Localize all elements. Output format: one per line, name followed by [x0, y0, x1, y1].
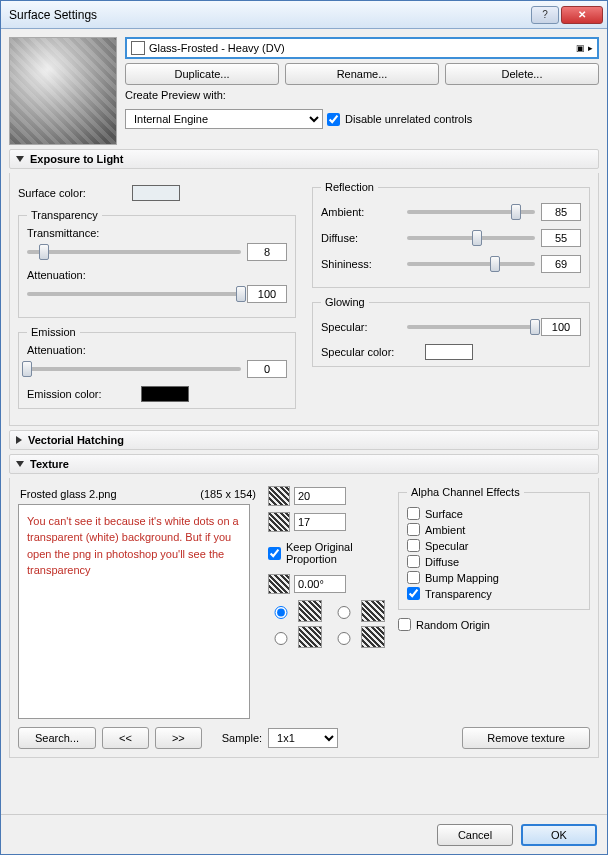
preview-engine-select[interactable]: Internal Engine: [125, 109, 323, 129]
delete-button[interactable]: Delete...: [445, 63, 599, 85]
search-button[interactable]: Search...: [18, 727, 96, 749]
duplicate-button[interactable]: Duplicate...: [125, 63, 279, 85]
tile-3-icon: [298, 626, 322, 648]
keep-proportion-label: Keep Original Proportion: [286, 541, 388, 565]
specular-color-label: Specular color:: [321, 346, 421, 358]
tile-3-radio[interactable]: [273, 632, 289, 645]
ambient-value[interactable]: 85: [541, 203, 581, 221]
diffuse-slider[interactable]: [407, 236, 535, 240]
trans-attenuation-value[interactable]: 100: [247, 285, 287, 303]
sample-select[interactable]: 1x1: [268, 728, 338, 748]
texture-height-input[interactable]: [294, 513, 346, 531]
width-icon: [268, 486, 290, 506]
ambient-slider[interactable]: [407, 210, 535, 214]
alpha-surface-label: Surface: [425, 508, 463, 520]
next-texture-button[interactable]: >>: [155, 727, 202, 749]
tile-2-radio[interactable]: [336, 606, 352, 619]
transmittance-slider[interactable]: [27, 250, 241, 254]
surface-color-label: Surface color:: [18, 187, 128, 199]
remove-texture-button[interactable]: Remove texture: [462, 727, 590, 749]
tile-4-icon: [361, 626, 385, 648]
disable-unrelated-checkbox[interactable]: Disable unrelated controls: [327, 113, 472, 126]
emission-group: Emission Attenuation: 0 Emission color:: [18, 326, 296, 409]
tile-4-radio[interactable]: [336, 632, 352, 645]
texture-width-input[interactable]: [294, 487, 346, 505]
surface-color-swatch[interactable]: [132, 185, 180, 201]
alpha-surface-input[interactable]: [407, 507, 420, 520]
alpha-specular-input[interactable]: [407, 539, 420, 552]
alpha-legend: Alpha Channel Effects: [407, 486, 524, 498]
shininess-slider[interactable]: [407, 262, 535, 266]
alpha-diffuse-label: Diffuse: [425, 556, 459, 568]
glowing-group: Glowing Specular: 100 Specular color:: [312, 296, 590, 367]
specular-slider[interactable]: [407, 325, 535, 329]
shininess-label: Shininess:: [321, 258, 401, 270]
alpha-transparency-input[interactable]: [407, 587, 420, 600]
diffuse-value[interactable]: 55: [541, 229, 581, 247]
vectorial-header[interactable]: Vectorial Hatching: [9, 430, 599, 450]
prev-texture-button[interactable]: <<: [102, 727, 149, 749]
alpha-specular-label: Specular: [425, 540, 468, 552]
specular-value[interactable]: 100: [541, 318, 581, 336]
emission-attenuation-label: Attenuation:: [27, 344, 287, 356]
transparency-legend: Transparency: [27, 209, 102, 221]
texture-title: Texture: [30, 458, 69, 470]
alpha-specular-cb[interactable]: Specular: [407, 539, 581, 552]
exposure-header[interactable]: Exposure to Light: [9, 149, 599, 169]
random-origin-input[interactable]: [398, 618, 411, 631]
alpha-surface-cb[interactable]: Surface: [407, 507, 581, 520]
keep-proportion-input[interactable]: [268, 547, 281, 560]
emission-attenuation-slider[interactable]: [27, 367, 241, 371]
alpha-effects-group: Alpha Channel Effects Surface Ambient Sp…: [398, 486, 590, 610]
trans-attenuation-slider[interactable]: [27, 292, 241, 296]
alpha-ambient-input[interactable]: [407, 523, 420, 536]
material-swatch-icon: [131, 41, 145, 55]
create-preview-label: Create Preview with:: [125, 89, 599, 101]
random-origin-cb[interactable]: Random Origin: [398, 618, 590, 631]
texture-preview: You can't see it because it's white dots…: [18, 504, 250, 719]
texture-dims: (185 x 154): [200, 488, 256, 500]
chevron-down-icon: [16, 156, 24, 162]
emission-color-swatch[interactable]: [141, 386, 189, 402]
chevron-right-icon: [16, 436, 22, 444]
texture-filename: Frosted glass 2.png: [20, 488, 117, 500]
specular-color-swatch[interactable]: [425, 344, 473, 360]
disable-unrelated-input[interactable]: [327, 113, 340, 126]
exposure-title: Exposure to Light: [30, 153, 124, 165]
texture-note: You can't see it because it's white dots…: [27, 515, 239, 576]
specular-label: Specular:: [321, 321, 401, 333]
rename-button[interactable]: Rename...: [285, 63, 439, 85]
alpha-diffuse-input[interactable]: [407, 555, 420, 568]
dialog-body: Glass-Frosted - Heavy (DV) ▣ ▸ Duplicate…: [1, 29, 607, 814]
alpha-transparency-cb[interactable]: Transparency: [407, 587, 581, 600]
alpha-diffuse-cb[interactable]: Diffuse: [407, 555, 581, 568]
alpha-bump-input[interactable]: [407, 571, 420, 584]
alpha-bump-cb[interactable]: Bump Mapping: [407, 571, 581, 584]
dialog-window: { "window": { "title": "Surface Settings…: [0, 0, 608, 855]
reflection-legend: Reflection: [321, 181, 378, 193]
exposure-body: Surface color: Transparency Transmittanc…: [9, 173, 599, 426]
tile-1-icon: [298, 600, 322, 622]
tile-2-icon: [361, 600, 385, 622]
dialog-footer: Cancel OK: [1, 814, 607, 854]
material-menu-icon[interactable]: ▣ ▸: [576, 43, 593, 53]
alpha-ambient-label: Ambient: [425, 524, 465, 536]
titlebar: Surface Settings ? ✕: [1, 1, 607, 29]
transmittance-value[interactable]: 8: [247, 243, 287, 261]
texture-header[interactable]: Texture: [9, 454, 599, 474]
material-name-field[interactable]: Glass-Frosted - Heavy (DV) ▣ ▸: [125, 37, 599, 59]
keep-proportion-checkbox[interactable]: Keep Original Proportion: [268, 541, 388, 565]
alpha-ambient-cb[interactable]: Ambient: [407, 523, 581, 536]
close-button[interactable]: ✕: [561, 6, 603, 24]
emission-attenuation-value[interactable]: 0: [247, 360, 287, 378]
trans-attenuation-label: Attenuation:: [27, 269, 287, 281]
tile-1-radio[interactable]: [273, 606, 289, 619]
ok-button[interactable]: OK: [521, 824, 597, 846]
cancel-button[interactable]: Cancel: [437, 824, 513, 846]
help-button[interactable]: ?: [531, 6, 559, 24]
window-title: Surface Settings: [5, 8, 529, 22]
alpha-bump-label: Bump Mapping: [425, 572, 499, 584]
height-icon: [268, 512, 290, 532]
texture-angle-input[interactable]: [294, 575, 346, 593]
shininess-value[interactable]: 69: [541, 255, 581, 273]
